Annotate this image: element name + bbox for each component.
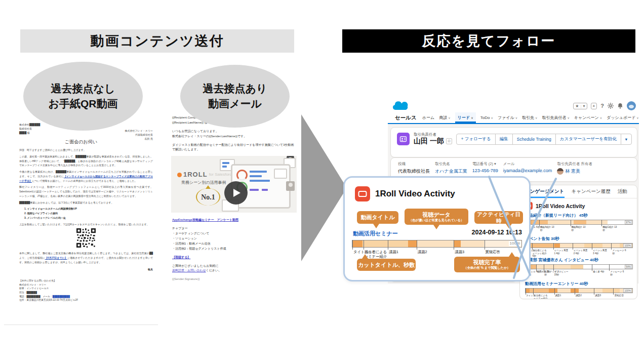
chevron-down-icon: ∨ [515,113,517,124]
nav-item-6[interactable]: 取引先∨ [522,112,537,123]
letter-body: 拝啓 時下ますますご清祥のこととお慶び申し上げます。 この度、貴社第一四半期決算… [19,146,153,302]
engagement-card: エンゲージメントキャンペーン履歴活動 1Roll Video Activity … [519,185,637,299]
user-avatar[interactable] [627,101,636,110]
video-view-bar: 54% [525,264,633,269]
letter-p5: ██████事業におかれましては、以下3点にて事業貢献できると考えております。 [19,200,153,205]
chip-cut-title: カットタイトル、秒数 [357,259,416,271]
letter-contact-text: 住所：東京都品川区東五反田5-22-33 TK五反田ビル2F [19,299,78,301]
letter-contact-line: 株式会社フレイ・スリー [19,283,153,287]
letter-benefit-item: 1. インサイドセールスチームの商談獲得数UP [24,207,153,211]
engagement-tab-2[interactable]: キャンペーン履歴 [572,188,611,198]
record-field-value[interactable]: iyamada@example.com [503,168,552,173]
engagement-tab-1[interactable]: エンゲージメント [525,188,565,198]
bar-segment [352,240,363,247]
contact-record-icon [397,133,410,145]
bar-segment [461,240,485,247]
video-cut-labels: タイトル 4秒社員出勤 2秒社員 アップ 3秒インタビュー 19秒働く姿 4秒メ… [525,269,633,278]
setup-gear-icon[interactable] [608,103,614,109]
favorites-control[interactable]: ★|▾ [573,103,587,109]
callout-cut-label: 議題1 [389,250,415,254]
callout-activity-datetime: 2024-09-12 10:13 [472,229,522,236]
nav-item-7[interactable]: 取引先責任者∨ [542,112,569,123]
callout-view-bar: 100% [352,240,522,248]
chapter-list: ・ターゲティングについて・ソリューション・活用例1：動画メール送信・活用例2：視… [172,231,296,252]
contact-request-link[interactable]: 資料請求・お問い合わせ [172,269,206,272]
nav-item-9[interactable]: ダッシュボード∨ [607,112,639,123]
left-section-header: 動画コンテンツ送付 [20,29,294,53]
nav-item-label: ToDo [480,112,490,123]
email-video-link[interactable]: AppExchange攻略編セミナー アンケート動画 [172,218,238,221]
video-title-link[interactable]: 営業部 宮城優衣さん インタビュー 40秒 [525,258,598,262]
video-entry-3: 営業部 宮城優衣さん インタビュー 40秒54%タイトル 4秒社員出勤 2秒社員… [525,257,633,278]
letter-contact-mail-link[interactable]: ██████████ [53,295,70,298]
letter-p6: 本件に関しまして、弊社様とご意見交換の機会を30分程度頂戴したく存じます。つきま… [19,251,153,264]
app-navigation-bar: セールス ホーム商談∨リード∨ToDo∨ファイル∨取引先∨取引先責任者∨キャンペ… [388,112,639,124]
record-field-label: 役職 [398,161,430,167]
nav-item-label: ダッシュボード [607,112,635,123]
nav-item-1[interactable]: ホーム [422,112,434,123]
record-action-button-3[interactable]: Schedule Training [512,134,556,145]
callout-video-link[interactable]: 動画活用セミナー [353,230,398,237]
record-field-value[interactable]: オハナ金属工業 [435,168,467,175]
record-field-1: 役職代表取締役社長 [398,161,430,175]
record-highlight-card: 取引先責任者 山田 一郎☺ + フォローする編集Schedule Trainin… [390,127,637,157]
record-action-buttons: + フォローする編集Schedule Trainingカスタマーユーザーを有効化… [456,134,632,145]
email-body: ダイジェスト動画の配信やセミナー配信により有効リードを増やす施策について3分動画… [172,143,296,153]
callout-title: 1Roll Video Activity [375,189,455,199]
bar-segment [602,289,620,293]
callout-cut-label: 議題3 [455,250,481,254]
nav-item-3[interactable]: リード∨ [455,112,476,123]
chevron-down-icon: ∨ [491,113,493,124]
cut-label: 議題1 [555,294,571,297]
chip-completion: 視聴完了率 （全体の何 % まで閲覧したか） [454,257,520,272]
cut-label: 機能C紹介 13秒 [602,226,618,231]
record-field-label: メール [503,161,552,167]
letter-contact-line: 担当：██████ [19,291,153,295]
letter-document: 株式会社██████取締役社長████ 様 株式会社フレイ・スリー代表取締役社長… [4,119,158,325]
help-icon[interactable]: ? [600,103,604,109]
annotation-callout: 1Roll Video Activity 動画タイトル 視聴データ （色が濃いほ… [343,176,531,281]
letter-deadline-link: 【6月27日までに】 [45,256,67,259]
nav-item-4[interactable]: ToDo∨ [480,112,493,123]
cut-label: 質疑応答 [615,294,630,297]
bar-segment [548,220,574,224]
slide-canvas: 動画コンテンツ送付 反応を見てフォロー 過去接点なし お手紙QR動画 過去接点あ… [0,0,644,364]
letter-contact-text: 電話：████████ メール： [19,295,53,298]
bar-segment [363,240,388,247]
nav-item-label: 商談 [439,112,447,123]
bar-segment [417,240,454,247]
letter-closing: 敬具 [19,267,153,272]
bar-segment [530,244,554,248]
record-action-button-2[interactable]: 編集 [495,134,513,145]
chip-activity-datetime: アクティビティ日時 [474,211,523,224]
video-title-link[interactable]: 製品紹介（新規リード向け） 45秒 [525,213,588,218]
video-entry-1: 製品紹介（新規リード向け） 45秒97%タイトル 6秒機能A紹介 13秒機能B紹… [525,213,633,234]
chevron-down-icon: ∨ [636,113,638,124]
flow-arrow [301,114,347,261]
record-action-button-5[interactable]: ▾ [621,134,632,145]
nav-item-label: ホーム [422,112,434,123]
video-thumbnail[interactable]: − 1ROLL for Salesforce 業務シーン別の活用事例 No.1 [171,156,297,213]
no1-badge: No.1 [194,187,222,207]
callout-completion-pct: 100% [509,241,521,246]
record-field-value[interactable]: 123-456-789 [472,168,498,173]
view-completion-pct: 100% [623,244,632,248]
chevron-down-icon: ∨ [567,113,569,124]
view-completion-pct: 54% [625,265,632,269]
nav-item-label: キャンペーン [574,112,599,123]
nav-item-5[interactable]: ファイル∨ [498,112,517,123]
nav-item-2[interactable]: 商談∨ [439,112,450,123]
letter-sender-line: 株式会社フレイ・スリー [125,129,153,133]
notifications-bell-icon[interactable] [617,103,623,109]
record-field-text: 林 恵美 [565,168,580,175]
record-action-button-4[interactable]: カスタマーユーザーを有効化 [555,134,621,145]
engagement-tab-3[interactable]: 活動 [618,188,627,198]
video-title-link[interactable]: 動画活用セミナーエントリー 40秒 [525,281,588,286]
chevron-down-icon: ∨ [471,113,473,124]
global-actions-icon[interactable]: + [591,103,597,109]
bar-segment [408,240,417,247]
record-field-value[interactable]: 林 恵美 [557,168,592,175]
watch-link[interactable]: 【視聴する】 [172,256,190,259]
nav-item-8[interactable]: キャンペーン∨ [574,112,602,123]
record-action-button-1[interactable]: + フォローする [456,134,495,145]
